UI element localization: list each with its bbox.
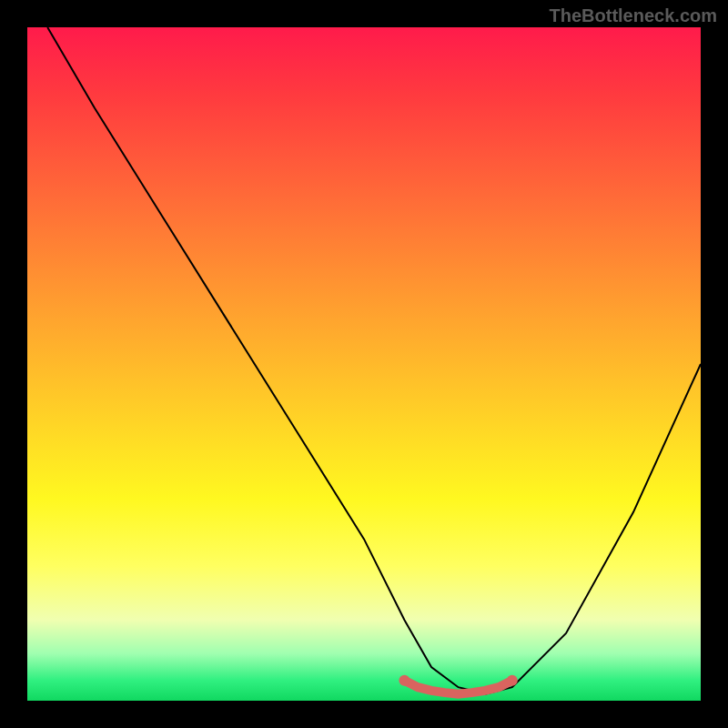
highlight-dot-left — [399, 675, 410, 686]
highlight-dot-right — [507, 675, 518, 686]
chart-plot-area — [27, 27, 701, 701]
watermark-text: TheBottleneck.com — [550, 5, 717, 26]
bottleneck-curve-path — [47, 27, 701, 694]
chart-svg — [27, 27, 701, 701]
